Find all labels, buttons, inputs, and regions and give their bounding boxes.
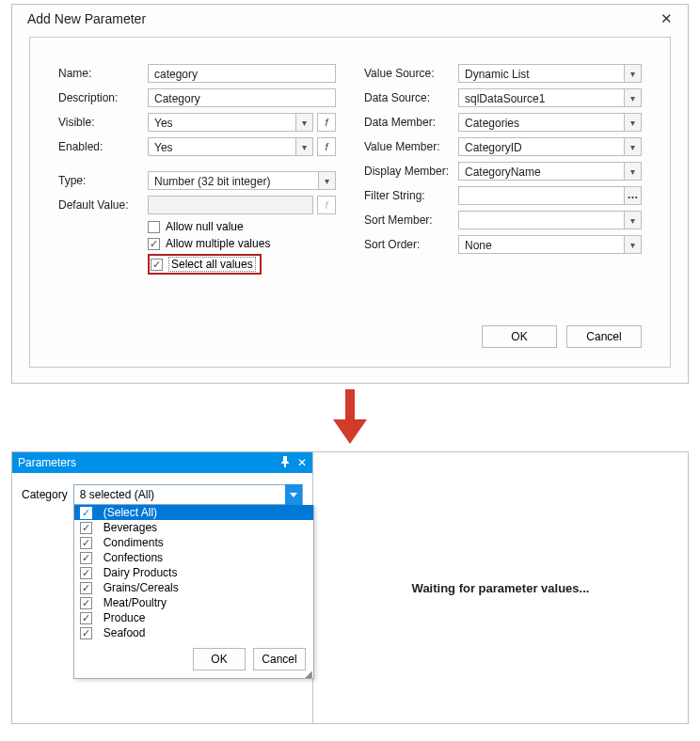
- chevron-down-icon[interactable]: ▾: [296, 137, 313, 156]
- cancel-button[interactable]: Cancel: [566, 325, 642, 348]
- parameters-title: Parameters: [18, 456, 76, 469]
- category-option[interactable]: ✓Produce: [74, 610, 313, 625]
- data-member-value: Categories: [458, 113, 625, 132]
- display-member-dropdown[interactable]: CategoryName ▾: [458, 162, 642, 181]
- result-panel: Parameters ✕ Category 8 selected (All): [11, 451, 689, 724]
- visible-label: Visible:: [58, 116, 148, 129]
- option-checkbox[interactable]: ✓: [80, 537, 92, 549]
- visible-value: Yes: [148, 113, 296, 132]
- filter-string-label: Filter String:: [364, 189, 458, 202]
- ellipsis-button[interactable]: …: [625, 186, 642, 205]
- chevron-down-icon[interactable]: ▾: [625, 211, 642, 229]
- default-value-input: [148, 196, 313, 214]
- category-label: Category: [22, 488, 68, 501]
- option-checkbox[interactable]: ✓: [80, 507, 92, 519]
- data-source-dropdown[interactable]: sqlDataSource1 ▾: [458, 88, 642, 107]
- arrow-down-icon: [331, 389, 369, 446]
- category-dropdown[interactable]: 8 selected (All): [73, 484, 303, 505]
- category-selected-text: 8 selected (All): [80, 488, 154, 501]
- option-checkbox[interactable]: ✓: [80, 627, 92, 639]
- enabled-label: Enabled:: [58, 140, 148, 153]
- type-label: Type:: [58, 174, 148, 187]
- option-checkbox[interactable]: ✓: [80, 552, 92, 564]
- category-option[interactable]: ✓Confections: [74, 550, 313, 565]
- value-member-value: CategoryID: [458, 137, 625, 156]
- data-source-label: Data Source:: [364, 91, 458, 104]
- option-label: Beverages: [103, 521, 157, 534]
- enabled-dropdown[interactable]: Yes ▾: [148, 137, 313, 156]
- ok-button[interactable]: OK: [482, 325, 557, 348]
- value-source-dropdown[interactable]: Dynamic List ▾: [458, 64, 642, 83]
- expression-button[interactable]: f: [317, 113, 336, 132]
- add-parameter-dialog: Add New Parameter ✕ Name: category Descr…: [11, 4, 689, 384]
- option-checkbox[interactable]: ✓: [80, 522, 92, 534]
- filter-string-input[interactable]: …: [458, 186, 642, 205]
- expression-button[interactable]: f: [317, 137, 336, 156]
- category-option[interactable]: ✓Grains/Cereals: [74, 580, 313, 595]
- visible-dropdown[interactable]: Yes ▾: [148, 113, 313, 132]
- value-member-dropdown[interactable]: CategoryID ▾: [458, 137, 642, 156]
- chevron-down-icon[interactable]: ▾: [319, 171, 336, 190]
- select-all-label: Select all values: [168, 257, 256, 272]
- type-dropdown[interactable]: Number (32 bit integer) ▾: [148, 171, 336, 190]
- category-option[interactable]: ✓Seafood: [74, 625, 313, 640]
- chevron-down-icon[interactable]: ▾: [296, 113, 313, 132]
- pin-icon[interactable]: [280, 456, 290, 467]
- right-column: Value Source: Dynamic List ▾ Data Source…: [364, 64, 642, 278]
- option-label: Dairy Products: [103, 566, 178, 579]
- dialog-body: Name: category Description: Category Vis…: [29, 37, 671, 368]
- sort-order-dropdown[interactable]: None ▾: [458, 235, 642, 254]
- description-input[interactable]: Category: [148, 88, 336, 107]
- chevron-down-icon[interactable]: ▾: [625, 137, 642, 156]
- enabled-value: Yes: [148, 137, 296, 156]
- option-label: Grains/Cereals: [103, 581, 179, 594]
- sort-order-label: Sort Order:: [364, 238, 458, 251]
- filter-string-value[interactable]: [458, 186, 625, 205]
- value-member-label: Value Member:: [364, 140, 458, 153]
- allow-null-checkbox[interactable]: [148, 221, 160, 233]
- allow-multiple-checkbox[interactable]: ✓: [148, 238, 160, 250]
- display-member-value: CategoryName: [458, 162, 625, 181]
- default-value-label: Default Value:: [58, 198, 148, 212]
- checkbox-group: Allow null value ✓ Allow multiple values…: [148, 220, 336, 275]
- name-input[interactable]: category: [148, 64, 336, 83]
- close-icon[interactable]: ✕: [297, 456, 307, 469]
- chevron-down-icon[interactable]: ▾: [625, 88, 642, 107]
- category-option[interactable]: ✓Condiments: [74, 535, 313, 550]
- select-all-checkbox[interactable]: ✓: [151, 259, 163, 271]
- chevron-down-icon[interactable]: ▾: [625, 235, 642, 254]
- value-source-label: Value Source:: [364, 67, 458, 80]
- option-checkbox[interactable]: ✓: [80, 567, 92, 579]
- option-checkbox[interactable]: ✓: [80, 597, 92, 609]
- category-dropdown-popup: ✓(Select All)✓Beverages✓Condiments✓Confe…: [73, 505, 314, 679]
- category-option[interactable]: ✓Beverages: [74, 520, 313, 535]
- sort-member-value: [458, 211, 625, 229]
- category-option[interactable]: ✓Dairy Products: [74, 565, 313, 580]
- chevron-down-icon[interactable]: ▾: [625, 162, 642, 181]
- option-label: (Select All): [103, 506, 157, 519]
- popup-ok-button[interactable]: OK: [193, 648, 246, 670]
- preview-pane: Waiting for parameter values...: [313, 452, 688, 723]
- category-option[interactable]: ✓Meat/Poultry: [74, 595, 313, 610]
- option-checkbox[interactable]: ✓: [80, 582, 92, 594]
- close-icon[interactable]: ✕: [655, 10, 678, 27]
- option-label: Condiments: [103, 536, 164, 549]
- category-option[interactable]: ✓(Select All): [74, 505, 313, 520]
- popup-cancel-button[interactable]: Cancel: [253, 648, 306, 670]
- chevron-down-icon[interactable]: [285, 484, 302, 505]
- description-label: Description:: [58, 91, 148, 104]
- name-label: Name:: [58, 67, 148, 80]
- left-column: Name: category Description: Category Vis…: [58, 64, 336, 278]
- data-member-dropdown[interactable]: Categories ▾: [458, 113, 642, 132]
- sort-member-dropdown[interactable]: ▾: [458, 211, 642, 229]
- parameters-pane: Parameters ✕ Category 8 selected (All): [12, 452, 313, 723]
- option-label: Meat/Poultry: [103, 596, 167, 609]
- option-label: Produce: [103, 611, 146, 624]
- chevron-down-icon[interactable]: ▾: [625, 64, 642, 83]
- resize-handle-icon[interactable]: ◢: [305, 671, 312, 677]
- option-checkbox[interactable]: ✓: [80, 612, 92, 624]
- type-value: Number (32 bit integer): [148, 171, 319, 190]
- waiting-text: Waiting for parameter values...: [412, 581, 590, 595]
- allow-multiple-label: Allow multiple values: [166, 237, 270, 250]
- chevron-down-icon[interactable]: ▾: [625, 113, 642, 132]
